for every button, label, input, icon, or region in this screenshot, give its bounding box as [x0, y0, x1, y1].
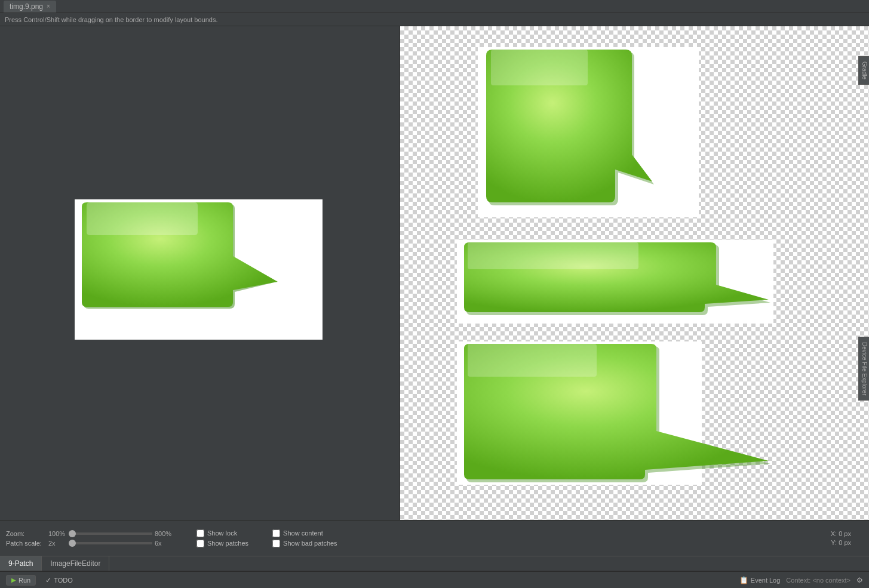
show-lock-item: Show lock — [196, 529, 248, 537]
settings-icon[interactable]: ⚙ — [856, 576, 863, 584]
close-tab-icon[interactable]: × — [47, 3, 50, 10]
x-coordinate: X: 0 px — [831, 530, 851, 537]
run-icon: ▶ — [11, 577, 16, 583]
patch-scale-label: Patch scale: — [6, 540, 45, 547]
tab-image-file-editor[interactable]: ImageFileEditor — [42, 556, 109, 571]
file-tab[interactable]: timg.9.png × — [4, 1, 56, 13]
context-text: Context: <no context> — [786, 577, 850, 584]
zoom-slider[interactable] — [69, 532, 152, 535]
todo-button[interactable]: ✓ TODO — [45, 576, 73, 584]
zoom-max: 800% — [155, 530, 173, 537]
zoom-item: Zoom: 100% 800% — [6, 530, 173, 537]
info-bar: Press Control/Shift while dragging on th… — [0, 13, 869, 26]
info-message: Press Control/Shift while dragging on th… — [5, 16, 217, 23]
patch-scale-slider[interactable] — [69, 542, 152, 544]
show-patches-checkbox[interactable] — [196, 540, 204, 547]
bottom-toolbar: Zoom: 100% 800% Patch scale: 2x 6x Show … — [0, 520, 869, 556]
original-bubble-svg — [75, 199, 323, 340]
tab-nine-patch-label: 9-Patch — [8, 559, 33, 568]
file-tab-label: timg.9.png — [10, 2, 43, 11]
coordinates: X: 0 px Y: 0 px — [831, 530, 863, 546]
device-file-label: Device File Explorer — [861, 342, 868, 395]
tab-nine-patch[interactable]: 9-Patch — [0, 556, 42, 571]
zoom-label: Zoom: — [6, 530, 45, 537]
right-panel: Gradle Device File Explorer — [400, 26, 869, 520]
tab-bar: 9-Patch ImageFileEditor — [0, 556, 869, 571]
run-button[interactable]: ▶ Run — [6, 575, 36, 586]
show-patches-label[interactable]: Show patches — [207, 540, 248, 547]
tab-image-file-editor-label: ImageFileEditor — [50, 559, 100, 568]
show-content-label[interactable]: Show content — [283, 529, 323, 537]
event-log-button[interactable]: 📋 Event Log — [739, 576, 781, 584]
patch-scale-item: Patch scale: 2x 6x — [6, 540, 173, 547]
zoom-slider-container: 100% 800% — [48, 530, 173, 537]
patch-scale-max: 6x — [155, 540, 173, 547]
event-log-label: Event Log — [751, 577, 781, 584]
todo-icon: ✓ — [45, 576, 51, 584]
status-bar: ▶ Run ✓ TODO 📋 Event Log Context: <no co… — [0, 571, 869, 588]
todo-label: TODO — [54, 577, 73, 584]
title-bar: timg.9.png × — [0, 0, 869, 13]
y-coordinate: Y: 0 px — [831, 539, 851, 546]
run-label: Run — [19, 577, 30, 584]
show-bad-patches-item: Show bad patches — [272, 540, 337, 547]
device-file-explorer-tab[interactable]: Device File Explorer — [858, 337, 869, 401]
show-lock-checkbox[interactable] — [196, 529, 204, 537]
zoom-row: Zoom: 100% 800% Patch scale: 2x 6x — [6, 530, 173, 547]
show-bad-patches-label[interactable]: Show bad patches — [283, 540, 337, 547]
show-patches-item: Show patches — [196, 540, 248, 547]
status-left: ▶ Run ✓ TODO — [6, 575, 73, 586]
show-content-checkbox[interactable] — [272, 529, 280, 537]
checkbox-group-2: Show content Show bad patches — [272, 529, 337, 547]
left-panel — [0, 26, 400, 520]
patch-scale-slider-container: 2x 6x — [48, 540, 173, 547]
main-area: Gradle Device File Explorer — [0, 26, 869, 520]
show-bad-patches-checkbox[interactable] — [272, 540, 280, 547]
preview-bubble-mid — [457, 240, 773, 324]
patch-scale-min: 2x — [48, 540, 66, 547]
event-log-icon: 📋 — [739, 576, 748, 584]
preview-bubble-bottom — [457, 341, 773, 491]
show-content-item: Show content — [272, 529, 337, 537]
preview-bubble-top — [478, 47, 657, 217]
gradle-label: Gradle — [861, 61, 868, 79]
status-right: 📋 Event Log Context: <no context> ⚙ — [739, 576, 863, 584]
zoom-min: 100% — [48, 530, 66, 537]
original-image — [75, 199, 323, 340]
show-lock-label[interactable]: Show lock — [207, 529, 237, 537]
checkbox-group: Show lock Show patches — [196, 529, 248, 547]
gradle-tab[interactable]: Gradle — [858, 56, 869, 85]
